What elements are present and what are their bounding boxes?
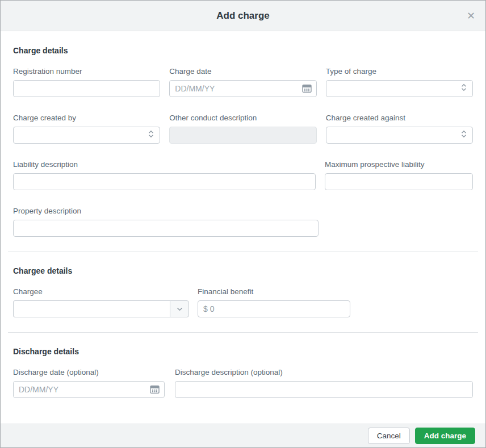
type-of-charge-select[interactable]: [326, 80, 473, 97]
chargee-field: Chargee: [13, 287, 189, 317]
registration-number-input[interactable]: [13, 80, 160, 97]
discharge-date-input[interactable]: [13, 381, 165, 398]
liability-description-label: Liability description: [13, 160, 316, 169]
charge-date-input[interactable]: [169, 80, 316, 97]
charge-created-by-label: Charge created by: [13, 113, 160, 123]
property-description-input[interactable]: [13, 220, 319, 237]
maximum-prospective-liability-input[interactable]: [325, 173, 473, 190]
other-conduct-description-input: [169, 127, 316, 144]
modal-title: Add charge: [216, 10, 270, 22]
type-of-charge-field: Type of charge: [326, 66, 473, 97]
type-of-charge-label: Type of charge: [326, 66, 473, 76]
discharge-details-heading: Discharge details: [13, 347, 473, 356]
property-description-label: Property description: [13, 206, 319, 216]
registration-number-label: Registration number: [13, 66, 160, 76]
liability-description-input[interactable]: [13, 173, 316, 190]
maximum-prospective-liability-field: Maximum prospective liability: [325, 160, 473, 190]
charge-row-4: Property description: [13, 206, 473, 237]
charge-created-against-field: Charge created against: [326, 113, 473, 144]
modal-footer: Cancel Add charge: [1, 424, 485, 447]
property-description-field: Property description: [13, 206, 319, 237]
registration-number-field: Registration number: [13, 66, 160, 97]
modal-header: Add charge ✕: [1, 1, 485, 31]
discharge-description-label: Discharge description (optional): [175, 367, 473, 377]
modal-body: Charge details Registration number Charg…: [1, 31, 485, 424]
chargee-details-heading: Chargee details: [13, 266, 473, 275]
maximum-prospective-liability-label: Maximum prospective liability: [325, 160, 473, 169]
calendar-icon[interactable]: [302, 85, 312, 93]
discharge-date-label: Discharge date (optional): [13, 367, 165, 377]
discharge-row: Discharge date (optional): [13, 367, 473, 398]
chevron-up-down-icon: [148, 129, 154, 141]
discharge-description-input[interactable]: [175, 381, 473, 398]
charge-row-3: Liability description Maximum prospectiv…: [13, 160, 473, 190]
charge-details-heading: Charge details: [13, 46, 473, 55]
cancel-button[interactable]: Cancel: [368, 428, 410, 444]
charge-created-against-select[interactable]: [326, 127, 473, 144]
charge-date-field: Charge date: [169, 66, 316, 97]
liability-description-field: Liability description: [13, 160, 316, 190]
financial-benefit-field: Financial benefit: [198, 287, 350, 317]
calendar-icon[interactable]: [150, 386, 160, 394]
charge-created-by-select[interactable]: [13, 127, 160, 144]
discharge-description-field: Discharge description (optional): [175, 367, 473, 398]
chargee-row: Chargee Financial benefit: [13, 287, 473, 317]
add-charge-button[interactable]: Add charge: [415, 428, 475, 444]
charge-row-1: Registration number Charge date: [13, 66, 473, 97]
discharge-date-field: Discharge date (optional): [13, 367, 165, 398]
section-divider: [8, 252, 478, 252]
chargee-dropdown-button[interactable]: [170, 300, 189, 317]
financial-benefit-label: Financial benefit: [198, 287, 350, 296]
financial-benefit-input[interactable]: [198, 300, 350, 317]
other-conduct-description-label: Other conduct description: [169, 113, 316, 123]
other-conduct-description-field: Other conduct description: [169, 113, 316, 144]
chargee-input[interactable]: [13, 300, 170, 317]
add-charge-modal: Add charge ✕ Charge details Registration…: [0, 0, 486, 448]
charge-date-label: Charge date: [169, 66, 316, 76]
section-divider: [8, 332, 478, 333]
close-icon[interactable]: ✕: [463, 7, 479, 24]
charge-row-2: Charge created by Other conduct descript…: [13, 113, 473, 144]
chevron-up-down-icon: [460, 83, 467, 94]
chargee-label: Chargee: [13, 287, 189, 296]
chevron-up-down-icon: [460, 129, 467, 141]
chevron-down-icon: [176, 304, 183, 314]
charge-created-by-field: Charge created by: [13, 113, 160, 144]
charge-created-against-label: Charge created against: [326, 113, 473, 123]
